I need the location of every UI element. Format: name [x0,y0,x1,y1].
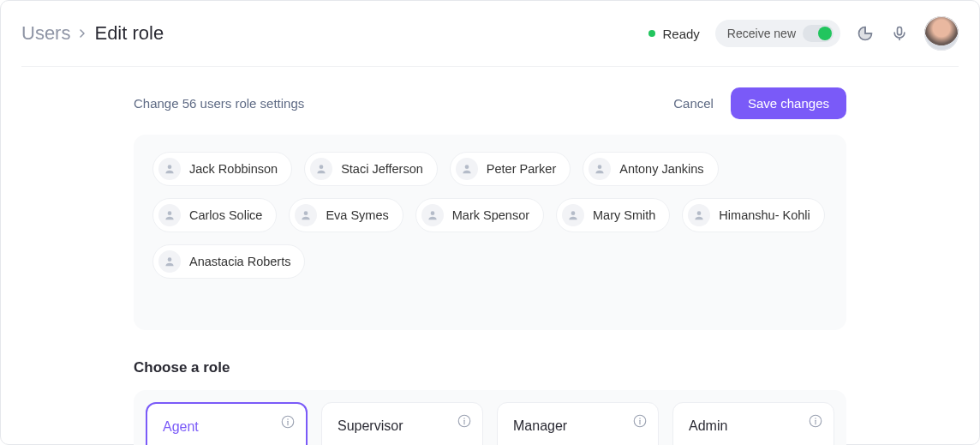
svg-point-1 [168,165,172,169]
roles-panel: AgentAccess to the workspaceSupervisorAc… [134,390,846,445]
svg-point-4 [598,165,602,169]
role-title: Manager [513,418,642,434]
user-chip[interactable]: Carlos Solice [152,198,277,232]
user-chip[interactable]: Mary Smith [556,198,670,232]
user-chip-name: Eva Symes [326,208,388,222]
user-chip-name: Peter Parker [487,162,556,176]
user-chip[interactable]: Eva Symes [289,198,403,232]
selected-users-panel: Jack RobbinsonStaci JeffersonPeter Parke… [134,135,846,330]
svg-point-12 [287,418,289,420]
user-chip[interactable]: Staci Jefferson [304,152,438,186]
user-chip-name: Mary Smith [593,208,655,222]
user-chip[interactable]: Antony Jankins [583,152,718,186]
info-icon[interactable] [632,413,648,429]
user-chip-name: Antony Jankins [619,162,703,176]
app-frame: Users Edit role Ready Receive new [0,0,980,445]
role-title: Agent [163,419,290,435]
person-icon [456,158,478,180]
svg-rect-0 [898,27,902,35]
breadcrumb-root[interactable]: Users [21,22,70,45]
user-chip[interactable]: Peter Parker [450,152,571,186]
role-title: Admin [689,418,818,434]
person-icon [295,204,317,226]
role-title: Supervisor [338,418,467,434]
person-icon [688,204,710,226]
svg-point-5 [168,211,172,215]
svg-point-10 [168,257,172,262]
top-bar: Users Edit role Ready Receive new [21,16,959,67]
chart-icon[interactable] [856,24,875,43]
user-chip-name: Anastacia Roberts [189,255,290,268]
user-chip[interactable]: Mark Spensor [415,198,544,232]
cancel-button[interactable]: Cancel [673,96,714,111]
actions-row: Change 56 users role settings Cancel Sav… [134,87,846,119]
receive-new-toggle[interactable]: Receive new [715,20,840,47]
person-icon [421,204,444,226]
svg-point-7 [430,211,434,215]
user-chip-name: Himanshu- Kohli [719,208,810,222]
user-chip-name: Carlos Solice [189,208,262,222]
svg-point-9 [697,211,702,215]
breadcrumb: Users Edit role [21,22,164,45]
user-chip-name: Staci Jefferson [341,162,423,176]
person-icon [158,158,181,180]
svg-point-14 [463,418,465,419]
microphone-icon[interactable] [890,24,909,43]
person-icon [589,158,611,180]
info-icon[interactable] [457,413,472,429]
person-icon [562,204,584,226]
main-content: Change 56 users role settings Cancel Sav… [134,87,846,445]
profile-avatar[interactable] [924,16,959,51]
role-card[interactable]: AgentAccess to the workspace [146,402,308,445]
chevron-right-icon [79,29,86,38]
svg-point-3 [464,165,469,169]
change-summary: Change 56 users role settings [134,96,304,111]
svg-point-8 [571,211,576,215]
role-card[interactable]: ManagerFull access to the contact center [497,402,659,445]
breadcrumb-current: Edit role [94,22,164,45]
action-buttons: Cancel Save changes [673,87,846,119]
user-chip[interactable]: Jack Robbinson [152,152,292,186]
person-icon [310,158,332,180]
user-chip-name: Mark Spensor [452,208,529,222]
status-ready-label: Ready [662,27,699,41]
save-button[interactable]: Save changes [731,87,846,119]
svg-point-6 [304,211,308,215]
svg-point-2 [320,165,324,169]
toggle-switch[interactable] [803,25,834,42]
user-chip[interactable]: Anastacia Roberts [152,244,305,279]
top-right: Ready Receive new [648,16,959,51]
roles-heading: Choose a role [134,359,846,376]
user-chip[interactable]: Himanshu- Kohli [682,198,824,232]
info-icon[interactable] [280,414,296,430]
role-card[interactable]: SupervisorAccess to agent groups [321,402,483,445]
user-chip-name: Jack Robbinson [189,162,278,176]
status-ready: Ready [648,27,699,41]
svg-point-18 [815,418,816,419]
svg-point-16 [639,418,641,419]
role-card[interactable]: AdminFull access to all data and feature… [672,402,834,445]
receive-new-label: Receive new [727,27,796,40]
toggle-knob-icon [818,27,832,40]
status-dot-icon [648,30,655,37]
person-icon [158,250,181,273]
person-icon [158,204,181,226]
info-icon[interactable] [808,413,823,429]
